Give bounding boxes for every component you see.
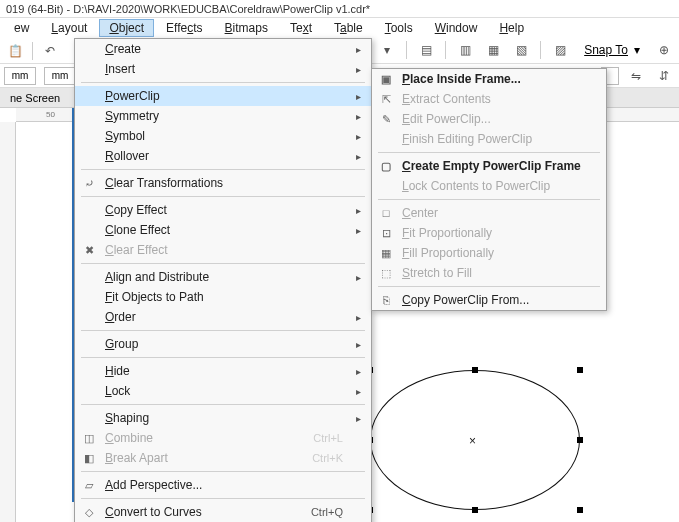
selected-ellipse[interactable]: × [370, 370, 580, 510]
tab-screen[interactable]: ne Screen [6, 92, 64, 104]
tb-icon-2[interactable]: ▥ [454, 39, 476, 61]
powerclip-submenu-item[interactable]: ⎘Copy PowerClip From... [372, 290, 606, 310]
tb-icon-3[interactable]: ▦ [482, 39, 504, 61]
menu-item-label: Align and Distribute [105, 270, 209, 284]
menu-item-label: Insert [105, 62, 135, 76]
submenu-arrow-icon: ▸ [356, 366, 361, 377]
snap-to-button[interactable]: Snap To ▾ [577, 42, 647, 58]
object-menu-item[interactable]: Symmetry▸ [75, 106, 371, 126]
object-menu-item: ◧Break ApartCtrl+K [75, 448, 371, 468]
submenu-arrow-icon: ▸ [356, 44, 361, 55]
submenu-item-label: Edit PowerClip... [402, 112, 491, 126]
menu-item-icon: ✖ [81, 242, 97, 258]
handle-bottom-mid[interactable] [472, 507, 478, 513]
menu-item-shortcut: Ctrl+Q [311, 506, 343, 518]
submenu-item-icon: □ [378, 205, 394, 221]
submenu-arrow-icon: ▸ [356, 413, 361, 424]
powerclip-submenu-item: ✎Edit PowerClip... [372, 109, 606, 129]
submenu-item-label: Finish Editing PowerClip [402, 132, 532, 146]
menu-item-label: Group [105, 337, 138, 351]
undo-icon[interactable]: ↶ [39, 40, 61, 62]
tb-icon-4[interactable]: ▧ [510, 39, 532, 61]
menu-bitmaps[interactable]: Bitmaps [215, 19, 278, 37]
tb-icon-5[interactable]: ▨ [549, 39, 571, 61]
object-menu-item[interactable]: Lock▸ [75, 381, 371, 401]
menu-tools[interactable]: Tools [375, 19, 423, 37]
menu-item-label: Add Perspective... [105, 478, 202, 492]
menu-view[interactable]: ew [4, 19, 39, 37]
center-mark: × [469, 434, 476, 448]
menu-item-label: Clone Effect [105, 223, 170, 237]
submenu-arrow-icon: ▸ [356, 111, 361, 122]
handle-top-mid[interactable] [472, 367, 478, 373]
powerclip-submenu-item[interactable]: ▣Place Inside Frame... [372, 69, 606, 89]
menu-layout[interactable]: Layout [41, 19, 97, 37]
object-menu-item[interactable]: Copy Effect▸ [75, 200, 371, 220]
handle-mid-right[interactable] [577, 437, 583, 443]
menu-window[interactable]: Window [425, 19, 488, 37]
object-menu-item[interactable]: Order▸ [75, 307, 371, 327]
mirror-v-icon[interactable]: ⇵ [653, 65, 675, 87]
submenu-item-label: Create Empty PowerClip Frame [402, 159, 581, 173]
object-menu-item[interactable]: Rollover▸ [75, 146, 371, 166]
menu-item-label: Symmetry [105, 109, 159, 123]
submenu-item-label: Fill Proportionally [402, 246, 494, 260]
object-menu-item[interactable]: Symbol▸ [75, 126, 371, 146]
object-menu-item[interactable]: Align and Distribute▸ [75, 267, 371, 287]
tb-icon-1[interactable]: ▤ [415, 39, 437, 61]
object-menu-item[interactable]: Clone Effect▸ [75, 220, 371, 240]
menu-table[interactable]: Table [324, 19, 373, 37]
title-text: 019 (64-Bit) - D:\RAVI-2020\WORK\EDUCBA\… [6, 3, 370, 15]
menu-item-label: Rollover [105, 149, 149, 163]
unit-box-2[interactable]: mm [44, 67, 76, 85]
powerclip-submenu-item: □Center [372, 203, 606, 223]
object-menu-item[interactable]: ▱Add Perspective... [75, 475, 371, 495]
submenu-item-label: Copy PowerClip From... [402, 293, 529, 307]
submenu-item-label: Stretch to Fill [402, 266, 472, 280]
powerclip-submenu-item[interactable]: ▢Create Empty PowerClip Frame [372, 156, 606, 176]
object-menu-item[interactable]: PowerClip▸ [75, 86, 371, 106]
menu-object[interactable]: Object [99, 19, 154, 37]
menu-effects[interactable]: Effects [156, 19, 212, 37]
menu-item-icon: ▱ [81, 477, 97, 493]
menu-item-icon: ◫ [81, 430, 97, 446]
menu-item-label: Clear Effect [105, 243, 167, 257]
ruler-tick: 50 [46, 110, 55, 119]
submenu-item-icon: ✎ [378, 111, 394, 127]
unit-box-1[interactable]: mm [4, 67, 36, 85]
submenu-arrow-icon: ▸ [356, 272, 361, 283]
submenu-item-icon: ⊡ [378, 225, 394, 241]
powerclip-submenu-item: ⊡Fit Proportionally [372, 223, 606, 243]
object-menu-item[interactable]: Insert▸ [75, 59, 371, 79]
menu-item-shortcut: Ctrl+K [312, 452, 343, 464]
handle-top-right[interactable] [577, 367, 583, 373]
chevron-down-icon: ▾ [634, 43, 640, 57]
handle-bottom-right[interactable] [577, 507, 583, 513]
powerclip-submenu-item: ⇱Extract Contents [372, 89, 606, 109]
menu-text[interactable]: Text [280, 19, 322, 37]
submenu-arrow-icon: ▸ [356, 91, 361, 102]
submenu-arrow-icon: ▸ [356, 312, 361, 323]
mirror-h-icon[interactable]: ⇋ [625, 65, 647, 87]
dropdown-icon[interactable]: ▾ [376, 39, 398, 61]
submenu-item-label: Extract Contents [402, 92, 491, 106]
submenu-arrow-icon: ▸ [356, 386, 361, 397]
object-menu-item[interactable]: Create▸ [75, 39, 371, 59]
object-menu-item[interactable]: Shaping▸ [75, 408, 371, 428]
menu-item-icon: ◇ [81, 504, 97, 520]
menu-item-icon: ◧ [81, 450, 97, 466]
object-menu-item[interactable]: Group▸ [75, 334, 371, 354]
object-menu-item[interactable]: ◇Convert to CurvesCtrl+Q [75, 502, 371, 522]
menu-item-label: Create [105, 42, 141, 56]
submenu-arrow-icon: ▸ [356, 339, 361, 350]
tb-icon-6[interactable]: ⊕ [653, 39, 675, 61]
object-menu-item: ◫CombineCtrl+L [75, 428, 371, 448]
object-menu-item[interactable]: Hide▸ [75, 361, 371, 381]
submenu-item-icon: ⬚ [378, 265, 394, 281]
paste-icon[interactable]: 📋 [4, 40, 26, 62]
menu-help[interactable]: Help [489, 19, 534, 37]
powerclip-submenu: ▣Place Inside Frame...⇱Extract Contents✎… [371, 68, 607, 311]
object-menu-item[interactable]: ⤾Clear Transformations [75, 173, 371, 193]
menu-group-indicator [72, 108, 74, 502]
object-menu-item[interactable]: Fit Objects to Path [75, 287, 371, 307]
